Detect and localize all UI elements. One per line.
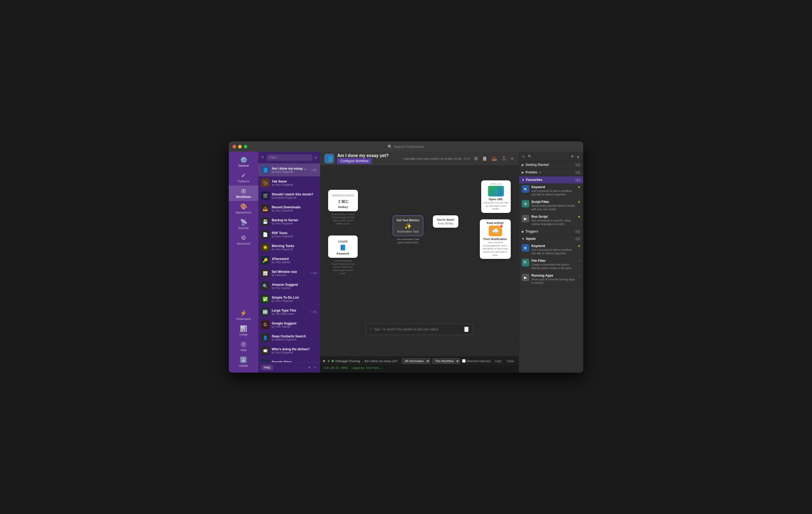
debug-clear-button[interactable]: Clear: [505, 359, 516, 363]
getting-started-collapse[interactable]: —: [575, 163, 581, 167]
sidebar-item-powerpack[interactable]: ⚡ Powerpack: [236, 307, 251, 323]
post-notification-node[interactable]: Keep writing! ☁️ Post Notification Get a…: [480, 219, 511, 259]
search-palette[interactable]: / Type / to search the palette to add ne…: [366, 324, 473, 335]
prefabs-add[interactable]: +: [539, 170, 541, 174]
panel-sort-down[interactable]: ▼: [570, 154, 575, 159]
list-item[interactable]: 📁 Google Drive by Vítor Galvão: [258, 357, 320, 362]
sidebar-item-remote[interactable]: 📡 Remote: [229, 217, 258, 232]
inputs-header[interactable]: ▼ Inputs —: [519, 235, 583, 242]
debugger-play-icon[interactable]: ▶: [323, 359, 325, 363]
list-item[interactable]: G Google Suggest by Vítor Galvão: [258, 318, 320, 331]
getting-started-header[interactable]: ▶ Getting Started —: [519, 161, 583, 168]
panel-item-file-filter[interactable]: 🔍 File Filter Create a customised file s…: [519, 257, 583, 272]
workflow-item-name: Recent Downloads: [272, 206, 317, 209]
hotkey-node[interactable]: Selection in macOS ⇧⌘C Hotkey Select a f…: [328, 190, 358, 225]
help-button[interactable]: Help: [261, 364, 273, 371]
triggers-collapse[interactable]: —: [575, 230, 581, 233]
sidebar-item-label-help: Help: [240, 348, 247, 352]
list-item[interactable]: 🦬 Yak Saver by Vero Pepperell: [258, 177, 320, 189]
list-item[interactable]: 🍽️ Who's doing the dishes? by Vero Peppe…: [258, 344, 320, 357]
favourites-collapse[interactable]: —: [575, 178, 581, 182]
workflow-item-shortcut: ⇧⌘C: [311, 168, 317, 171]
keyword-input-star[interactable]: ★: [578, 244, 581, 248]
panel-item-keyword-input[interactable]: K Keyword Use a keyword to start a workf…: [519, 242, 583, 257]
sidebar-item-advanced[interactable]: ⚙ Advanced: [229, 232, 258, 248]
panel-item-script-filter[interactable]: ⚙ Script Filter Dynamically populate Alf…: [519, 198, 583, 213]
open-url-node[interactable]: netflix.com 🌐 Open URL Good job! Put you…: [481, 180, 511, 213]
getting-started-section: ▶ Getting Started —: [519, 161, 583, 168]
list-item[interactable]: 👤 Deep Contacts Search by Andrew Peppere…: [258, 331, 320, 344]
decision-node[interactable]: You're done! Keep Writing: [433, 215, 458, 228]
list-item[interactable]: ☀️ Morning Tasks by Vero Pepperell: [258, 241, 320, 254]
run-script-star[interactable]: ★: [578, 215, 581, 219]
panel-list-icon[interactable]: ≡: [522, 154, 525, 159]
workflow-item-author: by Vero Pepperell: [272, 235, 317, 238]
panel-sort-buttons: ▼ ▲: [570, 154, 581, 159]
list-item[interactable]: 🪟 Set Window size by Unknown ⌥⌘R: [258, 267, 320, 279]
canvas-add-button[interactable]: 📋: [481, 155, 488, 162]
general-icon: ⚙️: [240, 157, 247, 163]
canvas-menu-button[interactable]: ≡: [510, 155, 515, 162]
prefabs-header[interactable]: ▶ Prefabs + —: [519, 168, 583, 176]
workflow-item-name: 1Password: [272, 257, 317, 261]
debugger-pause-icon[interactable]: ⏸: [327, 359, 330, 363]
inputs-collapse[interactable]: —: [575, 237, 581, 241]
workflow-item-name: Yak Saver: [272, 180, 317, 183]
minimize-button[interactable]: [238, 145, 242, 148]
triggers-section: ▶ Triggers —: [519, 228, 583, 235]
debugger-separator: -: [362, 359, 363, 363]
titlebar: 🔍 Search Preferences: [229, 141, 583, 152]
list-item[interactable]: 📄 PDF Tools by Vero Pepperell: [258, 228, 320, 241]
list-item[interactable]: 🎬 Should I watch this movie? by Andrew P…: [258, 189, 320, 202]
keyword-info: Keyword Use a keyword to start a workflo…: [531, 185, 575, 196]
keyword-count-node[interactable]: count 📘 Keyword Use the keyword *count* …: [328, 236, 358, 275]
keyword-star[interactable]: ★: [578, 185, 581, 189]
panel-search-icon[interactable]: 🔍: [527, 154, 533, 159]
automation-task-node[interactable]: Get Text Metrics ✨ Automation Task The A…: [393, 215, 424, 244]
sidebar-item-usage[interactable]: 📊 Usage: [236, 323, 251, 339]
workflow-item-info: Simple To-Do List by Vero Pepperell: [272, 296, 317, 302]
sidebar-item-appearance[interactable]: 🎨 Appearance: [229, 201, 258, 217]
remove-workflow-button[interactable]: −: [313, 364, 317, 371]
filter-input[interactable]: [267, 154, 313, 161]
list-item[interactable]: 🔤 Large Type This by The Alfred team ⌥⌘L: [258, 305, 320, 318]
maximize-button[interactable]: [244, 145, 247, 148]
list-item[interactable]: 🔍 Amazon Suggest by Vítor Galvão: [258, 279, 320, 293]
canvas-share-button[interactable]: 📤: [491, 155, 498, 162]
sidebar-item-update[interactable]: ⬇️ Update: [236, 354, 251, 370]
sidebar-item-general[interactable]: ⚙️ General: [229, 154, 258, 170]
script-filter-star[interactable]: ★: [578, 200, 581, 204]
list-item[interactable]: 📘 Am I done my essay yet? by Vero Pepper…: [258, 163, 320, 177]
list-item[interactable]: 🔑 1Password by Vítor Galvão: [258, 254, 320, 267]
running-apps-star[interactable]: ☆: [578, 274, 581, 277]
add-workflow-button[interactable]: +: [307, 364, 312, 371]
selected-objects-checkbox[interactable]: [462, 359, 466, 363]
sidebar-item-workflows[interactable]: ⊞ Workflows: [229, 186, 258, 201]
close-button[interactable]: [233, 145, 236, 148]
list-item[interactable]: ✅ Simple To-Do List by Vero Pepperell: [258, 293, 320, 305]
debug-copy-button[interactable]: Copy: [493, 359, 503, 363]
triggers-header[interactable]: ▶ Triggers —: [519, 228, 583, 235]
header-actions: ⊞ 📋 📤 🕹️ ≡: [473, 155, 515, 162]
list-item[interactable]: 📥 Recent Downloads by Vero Pepperell: [258, 202, 320, 215]
prefabs-collapse[interactable]: —: [575, 171, 581, 174]
debug-info-filter[interactable]: All Information: [402, 358, 430, 364]
panel-item-running-apps[interactable]: ▶ Running Apps Show a list of currently …: [519, 272, 583, 287]
filter-options-icon[interactable]: ⊚: [314, 155, 317, 160]
selected-objects-toggle[interactable]: Selected Object(s): [462, 359, 491, 363]
sidebar-item-features[interactable]: ✓ Features: [229, 170, 258, 186]
palette-close-button[interactable]: ✕: [464, 327, 469, 332]
automation-icon: ✨: [396, 223, 420, 230]
list-item[interactable]: 💾 Backup to Server by Vero Pepperell: [258, 215, 320, 228]
canvas-debug-button[interactable]: 🕹️: [500, 155, 508, 162]
canvas-grid-button[interactable]: ⊞: [473, 155, 479, 162]
favourites-header[interactable]: ▼ Favourites —: [519, 177, 583, 183]
panel-sort-up[interactable]: ▲: [576, 154, 581, 159]
sidebar-item-help[interactable]: ? Help: [236, 339, 251, 354]
tab-configure-workflow[interactable]: Configure Workflow: [337, 158, 372, 164]
panel-item-run-script[interactable]: ▶ Run Script Run commands in macOS, usin…: [519, 213, 583, 228]
file-filter-star[interactable]: ☆: [578, 259, 581, 263]
canvas-area[interactable]: Selection in macOS ⇧⌘C Hotkey Select a f…: [320, 166, 519, 356]
debug-scope-filter[interactable]: This Workflow: [432, 358, 460, 364]
panel-item-keyword[interactable]: K Keyword Use a keyword to start a workf…: [519, 183, 583, 198]
